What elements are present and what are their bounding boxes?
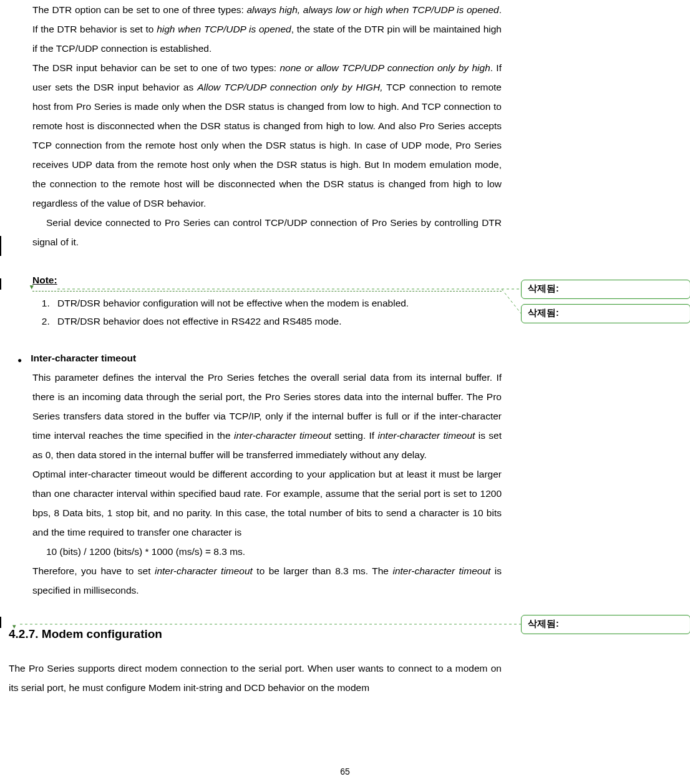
page: The DTR option can be set to one of thre… xyxy=(0,0,690,784)
text: Serial device connected to Pro Series ca… xyxy=(32,217,502,247)
text: TCP connection to remote host from Pro S… xyxy=(32,82,502,208)
content-column: The DTR option can be set to one of thre… xyxy=(9,0,502,697)
revision-mark xyxy=(0,278,1,290)
bullet-title-row: ● Inter-character timeout xyxy=(17,348,502,368)
section-heading: 4.2.7. Modem configuration xyxy=(9,622,502,646)
text-italic: inter-character timeout xyxy=(392,566,490,576)
comment-label: 삭제됨: xyxy=(528,619,559,629)
text-italic: Allow TCP/UDP connection only by HIGH, xyxy=(197,82,382,92)
insert-caret-icon: ▾ xyxy=(30,280,34,293)
text-italic: inter-character timeout xyxy=(155,566,253,576)
paragraph-dtr: The DTR option can be set to one of thre… xyxy=(32,0,502,58)
page-number: 65 xyxy=(0,763,690,780)
revision-mark xyxy=(0,617,1,628)
comment-bubble-1[interactable]: 삭제됨: xyxy=(521,280,690,299)
text: The DSR input behavior can be set to one… xyxy=(32,62,279,73)
text: setting. If xyxy=(331,430,378,441)
text: to be larger than 8.3 ms. The xyxy=(253,566,393,576)
comment-bubble-2[interactable]: 삭제됨: xyxy=(521,304,690,323)
text-italic: inter-character timeout xyxy=(234,430,331,441)
paragraph-modem-intro: The Pro Series supports direct modem con… xyxy=(9,659,502,697)
note-item-2: DTR/DSR behavior does not effective in R… xyxy=(52,312,502,330)
text-italic: inter-character timeout xyxy=(378,430,475,441)
comment-bubble-3[interactable]: 삭제됨: xyxy=(521,615,690,634)
note-item-1: DTR/DSR behavior configuration will not … xyxy=(52,294,502,312)
comment-label: 삭제됨: xyxy=(528,283,559,293)
text: The DTR option can be set to one of thre… xyxy=(32,4,247,15)
text-italic: high when TCP/UDP is opened xyxy=(157,24,291,34)
note-list: DTR/DSR behavior configuration will not … xyxy=(52,294,502,331)
note-heading: ▾ Note: xyxy=(32,270,502,292)
calculation-line: 10 (bits) / 1200 (bits/s) * 1000 (ms/s) … xyxy=(46,542,502,561)
text-italic: always high, always low or high when TCP… xyxy=(247,4,499,15)
paragraph-ict-2: Optimal inter-character timeout would be… xyxy=(32,464,502,542)
bullet-icon: ● xyxy=(17,353,22,368)
note-label: Note: xyxy=(32,275,57,285)
paragraph-dsr: The DSR input behavior can be set to one… xyxy=(32,58,502,213)
bullet-heading: Inter-character timeout xyxy=(31,348,136,368)
text-italic: none or allow TCP/UDP connection only by… xyxy=(279,62,490,73)
paragraph-ict-3: Therefore, you have to set inter-charact… xyxy=(32,561,502,600)
comment-label: 삭제됨: xyxy=(528,308,559,318)
paragraph-ict-1: This parameter defines the interval the … xyxy=(32,368,502,464)
insert-caret-icon: ▾ xyxy=(12,619,16,633)
text: Therefore, you have to set xyxy=(32,566,155,576)
revision-mark xyxy=(0,236,1,256)
paragraph-control: Serial device connected to Pro Series ca… xyxy=(32,213,502,252)
